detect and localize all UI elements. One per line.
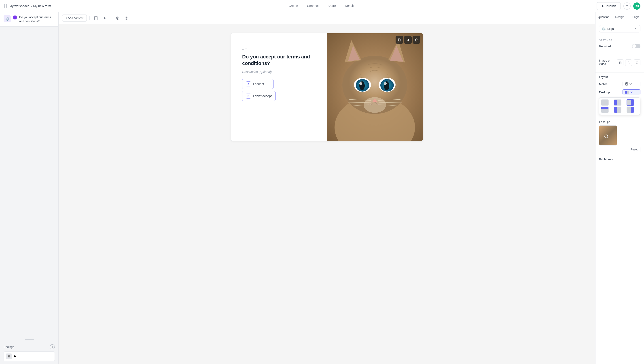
tab-logic[interactable]: Logic	[628, 12, 644, 22]
layout-option-right-split[interactable]	[626, 99, 634, 106]
desktop-layout-label: Desktop	[599, 91, 610, 94]
help-icon: ?	[626, 4, 628, 8]
gear-icon	[125, 16, 128, 20]
mobile-layout-icon	[625, 82, 628, 86]
copy-icon-small	[619, 61, 622, 64]
tab-results[interactable]: Results	[340, 2, 360, 10]
svg-rect-2	[4, 6, 5, 8]
layout-section: Layout Mobile Desktop	[596, 73, 644, 117]
focal-dot[interactable]	[604, 134, 608, 138]
required-toggle[interactable]	[632, 44, 640, 48]
image-overlay-toolbar	[396, 36, 420, 44]
form-name[interactable]: My new form	[33, 4, 51, 8]
answer-option-b[interactable]: B I don't accept	[242, 91, 276, 101]
image-row: Image or video	[599, 58, 640, 66]
layout-option-left-split[interactable]	[614, 99, 622, 106]
tab-question[interactable]: Question	[596, 12, 612, 22]
legal-icon: ⚖️	[5, 17, 9, 21]
focal-image	[599, 126, 617, 145]
svg-point-9	[117, 18, 118, 19]
help-button[interactable]: ?	[624, 3, 630, 10]
ending-icon-symbol: ⊞	[8, 355, 10, 358]
tab-create[interactable]: Create	[284, 2, 302, 10]
sidebar-question-text: Do you accept our terms and conditions?	[19, 15, 55, 23]
desktop-layout-dropdown[interactable]	[622, 89, 640, 95]
focal-label-row: Focal po	[599, 120, 640, 124]
answer-option-a[interactable]: A I accept	[242, 79, 274, 89]
ending-label: A	[14, 354, 16, 358]
question-title[interactable]: Do you accept our terms and conditions?	[242, 54, 316, 67]
toolbar-divider	[90, 16, 90, 20]
nav-tabs: Create Connect Share Results	[284, 2, 360, 10]
play-icon	[103, 17, 106, 20]
add-ending-button[interactable]: +	[50, 344, 55, 349]
layout-picker-popup	[599, 97, 640, 115]
layout-option-right-heavy[interactable]	[626, 107, 634, 113]
answer-letter-b: B	[246, 94, 251, 98]
copy-image-button[interactable]	[396, 36, 403, 44]
focal-point-preview[interactable]	[599, 125, 617, 145]
settings-button[interactable]	[123, 15, 130, 22]
mobile-layout-dropdown[interactable]	[622, 81, 640, 87]
question-number-indicator: 1 →	[242, 47, 316, 50]
question-number: 1	[14, 16, 16, 19]
question-description[interactable]: Description (optional)	[242, 70, 316, 74]
play-icon	[601, 5, 604, 8]
link-image-button[interactable]	[404, 36, 412, 44]
type-selector[interactable]: ⚖️ Legal	[599, 25, 640, 33]
focal-section: Focal po Reset	[596, 117, 644, 155]
mobile-preview-button[interactable]	[92, 15, 100, 22]
kitten-image[interactable]	[327, 33, 423, 141]
panel-tabs: Question Design Logic	[596, 12, 644, 22]
tab-connect[interactable]: Connect	[302, 2, 323, 10]
focal-label: Focal po	[599, 120, 610, 124]
publish-label: Publish	[606, 4, 616, 8]
legal-type-icon: ⚖️	[602, 27, 606, 31]
answer-letter-a: A	[246, 81, 251, 86]
play-preview-button[interactable]	[101, 15, 108, 22]
publish-button[interactable]: Publish	[596, 2, 621, 10]
right-panel: Question Design Logic ⚖️ Legal Settings …	[595, 12, 644, 364]
svg-rect-41	[626, 83, 627, 84]
sidebar-question-item[interactable]: ⚖️ 1 Do you accept our terms and conditi…	[0, 12, 58, 27]
scroll-indicator	[25, 339, 34, 340]
trash-icon-small	[636, 61, 638, 64]
svg-rect-0	[4, 4, 5, 6]
mobile-layout-label: Mobile	[599, 82, 608, 86]
chevron-down-icon-2	[630, 92, 632, 93]
avatar-initials: RH	[635, 4, 639, 8]
sidebar: ⚖️ 1 Do you accept our terms and conditi…	[0, 12, 58, 364]
target-button[interactable]	[114, 15, 121, 22]
link-image-action[interactable]	[625, 59, 632, 66]
add-content-button[interactable]: + Add content	[62, 15, 87, 22]
form-content: 1 → Do you accept our terms and conditio…	[231, 33, 327, 141]
settings-title: Settings	[599, 39, 640, 42]
answer-text-b: I don't accept	[253, 94, 272, 98]
copy-image-action[interactable]	[617, 59, 624, 66]
q-num: 1	[242, 47, 244, 50]
tab-design[interactable]: Design	[612, 12, 628, 22]
q-arrow: →	[245, 47, 248, 50]
mobile-layout-row: Mobile	[599, 81, 640, 87]
ending-type-icon: ⊞	[6, 353, 12, 359]
delete-image-button[interactable]	[412, 36, 420, 44]
chevron-down-icon	[630, 83, 632, 85]
ending-item[interactable]: ⊞ A	[4, 351, 55, 361]
settings-section: Settings Required	[596, 35, 644, 55]
layout-option-left-heavy[interactable]	[614, 107, 622, 113]
svg-rect-39	[620, 62, 621, 64]
canvas-scroll: 1 → Do you accept our terms and conditio…	[58, 24, 595, 364]
delete-image-action[interactable]	[634, 59, 640, 66]
avatar[interactable]: RH	[633, 3, 640, 10]
svg-point-6	[96, 19, 96, 20]
reset-focal-button[interactable]: Reset	[628, 147, 640, 152]
image-or-video-label: Image or video	[599, 59, 617, 66]
top-navigation: My workspace › My new form Create Connec…	[0, 0, 644, 12]
layout-label: Layout	[599, 75, 608, 79]
layout-option-full[interactable]	[601, 99, 609, 106]
question-number-badge: 1	[13, 16, 17, 20]
layout-option-top-split[interactable]	[601, 107, 609, 113]
tab-share[interactable]: Share	[323, 2, 340, 10]
svg-point-29	[359, 82, 362, 85]
workspace-link[interactable]: My workspace	[10, 4, 29, 8]
